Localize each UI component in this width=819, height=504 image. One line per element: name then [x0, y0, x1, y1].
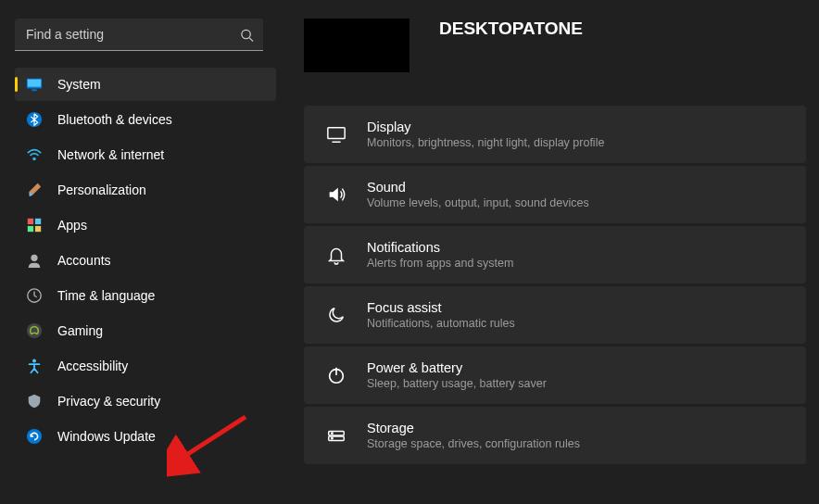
card-subtitle: Monitors, brightness, night light, displ… [367, 136, 604, 149]
card-title: Display [367, 120, 604, 134]
card-storage[interactable]: Storage Storage space, drives, configura… [304, 407, 806, 464]
sidebar-item-windows-update[interactable]: Windows Update [15, 420, 276, 453]
moon-icon [326, 305, 346, 325]
card-subtitle: Volume levels, output, input, sound devi… [367, 196, 589, 209]
display-icon [326, 124, 346, 145]
card-focus-assist[interactable]: Focus assist Notifications, automatic ru… [304, 286, 806, 344]
sidebar-item-system[interactable]: System [15, 68, 276, 101]
power-icon [326, 365, 346, 385]
paintbrush-icon [26, 182, 43, 198]
sidebar-item-label: Time & language [57, 288, 155, 303]
card-sound[interactable]: Sound Volume levels, output, input, soun… [304, 166, 806, 223]
sidebar-item-privacy[interactable]: Privacy & security [15, 384, 276, 418]
card-subtitle: Storage space, drives, configuration rul… [367, 437, 580, 450]
card-title: Sound [367, 180, 589, 195]
svg-point-11 [31, 255, 37, 261]
svg-rect-16 [328, 128, 345, 139]
card-subtitle: Notifications, automatic rules [367, 317, 515, 330]
svg-rect-9 [28, 226, 33, 232]
header: DESKTOPATONE [304, 19, 806, 72]
card-title: Focus assist [367, 300, 515, 315]
storage-icon [326, 425, 346, 446]
monitor-icon [26, 76, 43, 93]
card-subtitle: Alerts from apps and system [367, 257, 513, 270]
svg-point-0 [242, 30, 250, 38]
user-avatar [304, 19, 410, 72]
sidebar: System Bluetooth & devices Network & int… [0, 0, 287, 504]
svg-point-15 [27, 429, 42, 444]
bluetooth-icon [26, 111, 43, 128]
card-title: Storage [367, 421, 580, 435]
clock-globe-icon [26, 287, 43, 304]
shield-icon [26, 393, 43, 410]
sidebar-item-label: Gaming [57, 323, 103, 338]
sidebar-item-label: Bluetooth & devices [57, 112, 172, 127]
main-pane: DESKTOPATONE Display Monitors, brightnes… [287, 0, 819, 504]
svg-rect-7 [28, 219, 33, 224]
svg-point-14 [32, 359, 36, 363]
pc-name: DESKTOPATONE [439, 19, 583, 72]
search-icon [240, 28, 254, 42]
wifi-icon [26, 146, 43, 163]
sidebar-item-network[interactable]: Network & internet [15, 138, 276, 171]
card-title: Power & battery [367, 360, 547, 375]
card-power-battery[interactable]: Power & battery Sleep, battery usage, ba… [304, 346, 806, 404]
svg-rect-3 [28, 80, 41, 87]
svg-point-13 [27, 323, 42, 338]
sidebar-item-bluetooth[interactable]: Bluetooth & devices [15, 103, 276, 136]
svg-rect-4 [32, 89, 36, 91]
sidebar-item-accounts[interactable]: Accounts [15, 244, 276, 277]
search-input[interactable] [15, 19, 263, 51]
card-subtitle: Sleep, battery usage, battery saver [367, 377, 547, 390]
svg-rect-8 [35, 219, 41, 224]
sidebar-item-apps[interactable]: Apps [15, 208, 276, 242]
sidebar-item-label: Windows Update [57, 429, 156, 444]
nav-list: System Bluetooth & devices Network & int… [15, 68, 276, 453]
accessibility-icon [26, 358, 43, 374]
card-title: Notifications [367, 240, 513, 255]
svg-line-1 [249, 37, 253, 41]
sidebar-item-time-language[interactable]: Time & language [15, 279, 276, 312]
settings-cards: Display Monitors, brightness, night ligh… [304, 106, 806, 464]
sidebar-item-label: Personalization [57, 183, 146, 197]
sidebar-item-personalization[interactable]: Personalization [15, 173, 276, 207]
sidebar-item-label: System [57, 77, 101, 92]
svg-point-6 [32, 158, 36, 161]
svg-rect-10 [35, 226, 41, 232]
person-icon [26, 252, 43, 269]
search-field[interactable] [15, 19, 263, 51]
sidebar-item-label: Accessibility [57, 359, 128, 373]
sound-icon [326, 184, 346, 205]
card-display[interactable]: Display Monitors, brightness, night ligh… [304, 106, 806, 163]
card-notifications[interactable]: Notifications Alerts from apps and syste… [304, 226, 806, 284]
sidebar-item-label: Privacy & security [57, 394, 160, 409]
svg-point-23 [332, 437, 333, 438]
apps-icon [26, 217, 43, 233]
sidebar-item-label: Network & internet [57, 147, 164, 162]
bell-icon [326, 245, 346, 265]
svg-point-22 [332, 433, 333, 434]
sidebar-item-accessibility[interactable]: Accessibility [15, 349, 276, 383]
sidebar-item-label: Apps [57, 218, 87, 233]
sidebar-item-gaming[interactable]: Gaming [15, 314, 276, 347]
gaming-icon [26, 322, 43, 339]
sidebar-item-label: Accounts [57, 253, 111, 268]
update-icon [26, 428, 43, 445]
